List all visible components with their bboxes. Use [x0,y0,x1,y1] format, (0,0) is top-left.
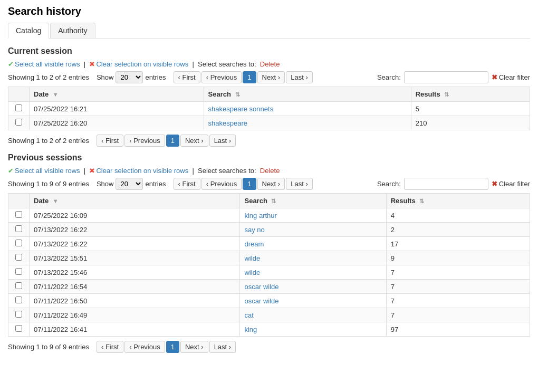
prev-previous-btn-top[interactable]: ‹ Previous [201,178,242,190]
prev-row-search: wilde [240,251,386,265]
search-sort-arrow: ⇅ [235,91,240,98]
prev-row-checkbox[interactable] [15,282,22,289]
current-search-label: Search: [377,73,401,81]
current-th-search[interactable]: Search ⇅ [204,87,411,102]
current-page-1-btn-top[interactable]: 1 [243,71,256,83]
prev-search-sort-arrow: ⇅ [271,198,276,204]
prev-row-date: 07/13/2022 16:22 [30,223,240,237]
tab-authority[interactable]: Authority [50,23,95,38]
current-page-1-btn-bottom[interactable]: 1 [166,135,179,147]
prev-row-date: 07/11/2022 16:50 [30,294,240,308]
prev-row-search-link[interactable]: wilde [244,269,260,276]
prev-clear-selection-link[interactable]: Clear selection on visible rows [96,167,188,175]
previous-sessions-title: Previous sessions [8,153,530,162]
prev-th-results[interactable]: Results ⇅ [386,194,530,208]
prev-row-checkbox[interactable] [15,297,22,303]
current-th-date[interactable]: Date ▼ [30,87,204,102]
previous-table-row: 07/11/2022 16:41 king 97 [8,322,530,337]
previous-table-body: 07/25/2022 16:09 king arthur 4 07/13/202… [8,208,530,337]
prev-page-1-btn-top[interactable]: 1 [243,178,256,190]
prev-row-checkbox[interactable] [15,268,22,275]
current-next-btn-bottom[interactable]: Next › [180,135,208,147]
prev-th-checkbox [8,194,30,208]
prev-last-btn-top[interactable]: Last › [286,178,313,190]
prev-show-label: Show [97,180,114,188]
prev-row-search-link[interactable]: oscar wilde [244,283,278,291]
prev-th-date[interactable]: Date ▼ [30,194,240,208]
current-first-btn-bottom[interactable]: ‹ First [97,135,123,147]
prev-row-search-link[interactable]: king [244,326,257,333]
prev-row-search-link[interactable]: say no [244,226,264,234]
prev-delete-link[interactable]: Delete [260,167,280,175]
prev-row-checkbox[interactable] [15,225,22,232]
tab-catalog[interactable]: Catalog [8,23,49,39]
previous-session-action-bar: ✔Select all visible rows | ✖Clear select… [8,167,530,175]
prev-page-1-btn-bottom[interactable]: 1 [166,341,179,353]
current-first-btn-top[interactable]: ‹ First [174,71,200,83]
current-session-action-bar: ✔Select all visible rows | ✖Clear select… [8,60,530,68]
current-next-btn-top[interactable]: Next › [257,71,285,83]
previous-showing-bottom: Showing 1 to 9 of 9 entries [8,343,89,351]
current-search-input[interactable] [404,71,488,83]
current-previous-btn-top[interactable]: ‹ Previous [201,71,242,83]
current-row-checkbox-cell [8,116,30,130]
prev-row-date: 07/13/2022 15:51 [30,251,240,265]
prev-row-search-link[interactable]: king arthur [244,212,276,219]
prev-next-btn-bottom[interactable]: Next › [180,341,208,353]
previous-table-header-row: Date ▼ Search ⇅ Results ⇅ [8,194,530,208]
previous-show-select[interactable]: 201050100 [116,178,143,190]
prev-row-checkbox[interactable] [15,240,22,246]
current-select-all-link[interactable]: Select all visible rows [15,60,80,68]
prev-first-btn-top[interactable]: ‹ First [174,178,200,190]
current-session-title: Current session [8,46,530,56]
prev-th-search[interactable]: Search ⇅ [240,194,386,208]
prev-select-all-link[interactable]: Select all visible rows [15,167,80,175]
current-row-results: 5 [411,102,530,116]
previous-search-input[interactable] [404,178,488,190]
current-last-btn-top[interactable]: Last › [286,71,313,83]
current-th-checkbox [8,87,30,102]
current-clear-selection-link[interactable]: Clear selection on visible rows [96,60,188,68]
prev-row-date: 07/13/2022 15:46 [30,265,240,280]
prev-last-btn-bottom[interactable]: Last › [209,341,236,353]
prev-row-search-link[interactable]: oscar wilde [244,297,278,305]
prev-row-search-link[interactable]: cat [244,311,253,319]
prev-first-btn-bottom[interactable]: ‹ First [97,341,123,353]
prev-clear-filter-btn[interactable]: ✖ Clear filter [492,180,530,188]
prev-row-search: king [240,322,386,337]
prev-row-results: 2 [386,223,530,237]
previous-table-row: 07/11/2022 16:49 cat 7 [8,308,530,322]
prev-row-results: 7 [386,308,530,322]
prev-row-search-link[interactable]: wilde [244,254,260,262]
current-row-search-link[interactable]: shakespeare sonnets [208,105,274,113]
current-row-search-link[interactable]: shakespeare [208,119,247,127]
current-th-results[interactable]: Results ⇅ [411,87,530,102]
current-search-bar: Search: ✖ Clear filter [377,71,530,83]
current-showing-bottom: Showing 1 to 2 of 2 entries [8,137,89,145]
prev-row-checkbox[interactable] [15,211,22,218]
prev-row-checkbox[interactable] [15,311,22,318]
current-row-checkbox[interactable] [15,119,22,126]
prev-row-results: 97 [386,322,530,337]
prev-row-checkbox[interactable] [15,325,22,332]
prev-date-sort-arrow: ▼ [53,198,59,204]
prev-row-date: 07/13/2022 16:22 [30,237,240,251]
prev-row-checkbox-cell [8,237,30,251]
previous-session-pagination-top: Showing 1 to 9 of 9 entries Show 2010501… [8,178,530,190]
current-show-entries: Show 201050100 entries [97,71,166,83]
prev-previous-btn-bottom[interactable]: ‹ Previous [124,341,165,353]
prev-row-search-link[interactable]: dream [244,240,264,248]
current-previous-btn-bottom[interactable]: ‹ Previous [124,135,165,147]
current-last-btn-bottom[interactable]: Last › [209,135,236,147]
current-show-select[interactable]: 201050100 [116,71,143,83]
current-clear-filter-btn[interactable]: ✖ Clear filter [492,73,530,81]
prev-row-checkbox-cell [8,280,30,294]
prev-row-checkbox-cell [8,251,30,265]
prev-row-checkbox[interactable] [15,254,22,261]
prev-row-results: 7 [386,280,530,294]
previous-sessions-table: Date ▼ Search ⇅ Results ⇅ 07/25/2022 16:… [8,193,530,337]
current-delete-link[interactable]: Delete [260,60,280,68]
prev-next-btn-top[interactable]: Next › [257,178,285,190]
previous-showing-top: Showing 1 to 9 of 9 entries [8,180,89,188]
current-row-checkbox[interactable] [15,104,22,111]
